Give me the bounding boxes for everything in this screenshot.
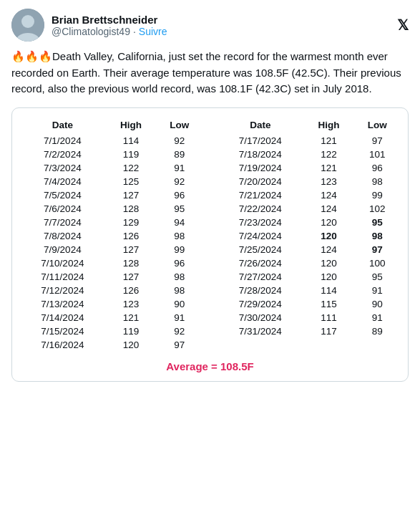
- right-date: 7/26/2024: [217, 256, 303, 270]
- left-high: 121: [106, 311, 156, 324]
- left-high: 127: [106, 243, 156, 256]
- right-high: 123: [303, 175, 353, 188]
- right-low: 91: [354, 311, 401, 324]
- left-low: 90: [156, 297, 202, 311]
- display-name: Brian Brettschneider: [52, 14, 167, 26]
- left-date: 7/2/2024: [19, 148, 106, 161]
- x-logo: 𝕏: [397, 16, 409, 34]
- left-date: 7/16/2024: [19, 338, 106, 352]
- left-low: 98: [156, 284, 202, 297]
- table-row: 7/16/2024 120 97: [19, 338, 401, 352]
- left-date: 7/10/2024: [19, 256, 106, 270]
- col-header-date2: Date: [217, 118, 303, 134]
- left-date: 7/8/2024: [19, 229, 106, 243]
- left-high: 119: [106, 148, 156, 161]
- right-low: 98: [354, 229, 401, 243]
- col-header-low1: Low: [156, 118, 202, 134]
- col-spacer: [202, 134, 217, 148]
- left-high: 120: [106, 338, 156, 352]
- right-low: 89: [354, 324, 401, 338]
- left-date: 7/6/2024: [19, 202, 106, 216]
- right-high: 120: [303, 216, 353, 229]
- table-row: 7/14/2024 121 917/30/2024 111 91: [19, 311, 401, 324]
- col-spacer: [202, 148, 217, 161]
- col-spacer: [202, 311, 217, 324]
- svg-point-1: [21, 15, 34, 28]
- col-spacer: [202, 229, 217, 243]
- col-spacer: [202, 338, 217, 352]
- col-spacer: [202, 270, 217, 284]
- left-low: 92: [156, 175, 202, 188]
- col-spacer: [202, 118, 217, 134]
- right-date: 7/24/2024: [217, 229, 303, 243]
- left-low: 91: [156, 311, 202, 324]
- right-low: 97: [354, 243, 401, 256]
- left-date: 7/11/2024: [19, 270, 106, 284]
- follow-button[interactable]: Suivre: [139, 26, 167, 37]
- right-high: 111: [303, 311, 353, 324]
- left-date: 7/1/2024: [19, 134, 106, 148]
- right-low: 100: [354, 256, 401, 270]
- left-low: 91: [156, 161, 202, 175]
- left-high: 114: [106, 134, 156, 148]
- left-low: 97: [156, 338, 202, 352]
- left-high: 129: [106, 216, 156, 229]
- right-low: 99: [354, 188, 401, 202]
- right-low: 96: [354, 161, 401, 175]
- right-high: 120: [303, 229, 353, 243]
- right-date: 7/31/2024: [217, 324, 303, 338]
- table-row: 7/12/2024 126 987/28/2024 114 91: [19, 284, 401, 297]
- table-row: 7/15/2024 119 927/31/2024 117 89: [19, 324, 401, 338]
- right-date: 7/17/2024: [217, 134, 303, 148]
- col-spacer: [202, 324, 217, 338]
- left-high: 123: [106, 297, 156, 311]
- right-low: 98: [354, 175, 401, 188]
- left-low: 98: [156, 270, 202, 284]
- table-header-row: Date High Low Date High Low: [19, 118, 401, 134]
- col-spacer: [202, 202, 217, 216]
- right-low: 90: [354, 297, 401, 311]
- col-spacer: [202, 161, 217, 175]
- left-high: 127: [106, 270, 156, 284]
- right-high: 114: [303, 284, 353, 297]
- col-header-high1: High: [106, 118, 156, 134]
- left-low: 92: [156, 324, 202, 338]
- left-low: 99: [156, 243, 202, 256]
- left-high: 128: [106, 202, 156, 216]
- left-low: 96: [156, 188, 202, 202]
- col-spacer: [202, 216, 217, 229]
- right-date: 7/19/2024: [217, 161, 303, 175]
- right-date: 7/29/2024: [217, 297, 303, 311]
- right-high: 121: [303, 161, 353, 175]
- col-spacer: [202, 188, 217, 202]
- table-row: 7/5/2024 127 967/21/2024 124 99: [19, 188, 401, 202]
- right-low: 97: [354, 134, 401, 148]
- left-high: 128: [106, 256, 156, 270]
- right-date: 7/21/2024: [217, 188, 303, 202]
- right-low: 95: [354, 216, 401, 229]
- right-date: 7/18/2024: [217, 148, 303, 161]
- table-row: 7/10/2024 128 967/26/2024 120 100: [19, 256, 401, 270]
- right-high: 115: [303, 297, 353, 311]
- left-date: 7/3/2024: [19, 161, 106, 175]
- left-low: 95: [156, 202, 202, 216]
- right-high: 117: [303, 324, 353, 338]
- left-date: 7/15/2024: [19, 324, 106, 338]
- right-high: 122: [303, 148, 353, 161]
- table-row: 7/11/2024 127 987/27/2024 120 95: [19, 270, 401, 284]
- table-row: 7/3/2024 122 917/19/2024 121 96: [19, 161, 401, 175]
- col-spacer: [202, 175, 217, 188]
- right-high: 120: [303, 270, 353, 284]
- data-table-wrapper: Date High Low Date High Low 7/1/2024 114…: [11, 107, 409, 382]
- table-row: 7/1/2024 114 927/17/2024 121 97: [19, 134, 401, 148]
- left-high: 127: [106, 188, 156, 202]
- temperature-table: Date High Low Date High Low 7/1/2024 114…: [19, 118, 401, 352]
- left-low: 94: [156, 216, 202, 229]
- right-low: 91: [354, 284, 401, 297]
- left-date: 7/9/2024: [19, 243, 106, 256]
- right-high: 124: [303, 202, 353, 216]
- tweet-container: Brian Brettschneider @Climatologist49 · …: [0, 0, 420, 390]
- tweet-text: 🔥🔥🔥Death Valley, California, just set th…: [11, 49, 409, 97]
- left-date: 7/13/2024: [19, 297, 106, 311]
- table-row: 7/2/2024 119 897/18/2024 122 101: [19, 148, 401, 161]
